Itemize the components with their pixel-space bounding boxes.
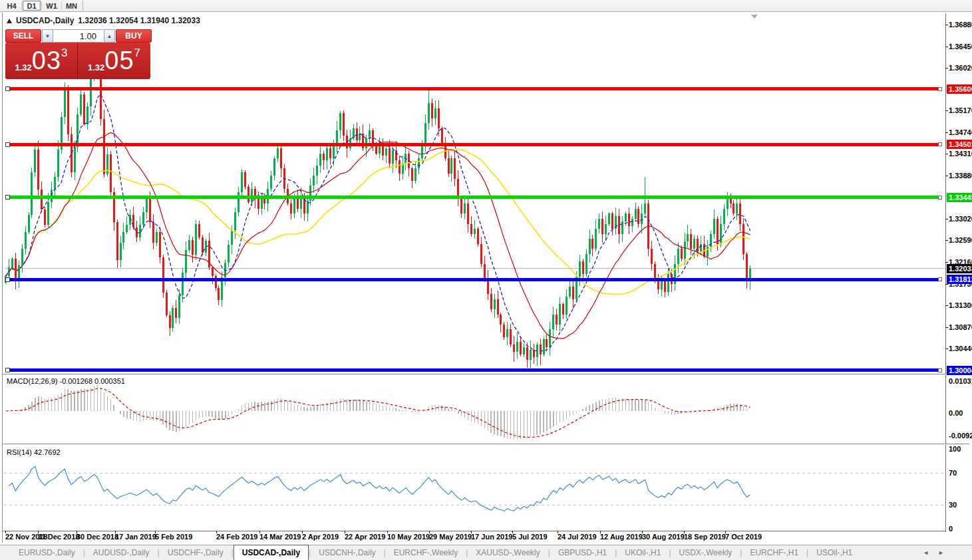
candle-body [212, 267, 214, 276]
candle-body [591, 239, 593, 249]
candle-body [215, 276, 217, 287]
timeframe-button-mn[interactable]: MN [63, 1, 81, 11]
candle-body [198, 224, 200, 237]
candle-body [192, 240, 194, 255]
candle-body [523, 347, 525, 354]
symbol-tab-bar: EURUSD-,Daily|AUDUSD-,Daily|USDCHF-,Dail… [0, 545, 972, 560]
candle-body [654, 264, 656, 279]
current-price-tag: 1.32033 [947, 264, 972, 273]
chart-tab-usdcad-daily[interactable]: USDCAD-,Daily [234, 545, 309, 560]
level-line-1.33449[interactable] [5, 196, 940, 199]
chart-tab-gbpusd-h1[interactable]: GBPUSD-,H1 [550, 545, 615, 560]
candle-body [720, 224, 722, 244]
date-axis-label: 18 Sep 2019 [684, 533, 726, 541]
date-axis-label: 22 Apr 2019 [345, 533, 385, 541]
candle-body [664, 281, 666, 291]
chart-tab-ukoil-h1[interactable]: UKOil-,H1 [617, 545, 669, 560]
candle-body [549, 329, 551, 347]
candle-body [631, 219, 633, 226]
candle-body [736, 204, 738, 213]
candle-body [608, 213, 610, 223]
timeframe-button-w1[interactable]: W1 [43, 1, 61, 11]
candle-body [637, 209, 639, 224]
date-axis-label: 12 Aug 2019 [600, 533, 643, 541]
volume-decrease-button[interactable]: ▼ [42, 29, 53, 43]
candle-body [546, 339, 548, 347]
chart-shift-marker-icon[interactable] [751, 15, 758, 19]
level-line-handle[interactable] [5, 142, 9, 146]
buy-button[interactable]: BUY [116, 29, 152, 43]
buy-price-panel[interactable]: 1.32 05 7 [78, 43, 150, 79]
chart-tab-usdchf-daily[interactable]: USDCHF-,Daily [160, 545, 232, 560]
price-axis-label: 1.32590 [949, 236, 972, 244]
rsi-axis-label: 100 [949, 445, 961, 453]
macd-panel-canvas[interactable] [4, 376, 945, 443]
macd-rsi-separator[interactable] [3, 444, 969, 445]
macd-axis-label: 0.010311 [949, 377, 972, 385]
candle-body [438, 108, 440, 128]
price-axis-tick [945, 132, 948, 133]
timeframe-button-h4[interactable]: H4 [3, 1, 21, 11]
chart-tab-audusd-daily[interactable]: AUDUSD-,Daily [85, 545, 158, 560]
candle-body [195, 224, 197, 255]
level-line-handle[interactable] [5, 277, 9, 281]
price-axis-tick [945, 47, 948, 47]
level-line-1.30004[interactable] [5, 368, 940, 372]
rsi-panel-canvas[interactable] [4, 447, 945, 529]
sell-price-panel[interactable]: 1.32 03 3 [5, 43, 78, 79]
candle-body [556, 315, 558, 325]
candle-body [732, 204, 734, 213]
candle-body [569, 287, 571, 297]
chart-tab-eurusd-daily[interactable]: EURUSD-,Daily [11, 545, 83, 560]
chart-tab-eurchf-weekly[interactable]: EURCHF-,Weekly [386, 545, 466, 560]
candle-body [57, 150, 59, 178]
chart-tab-usdx-weekly[interactable]: USDX-,Weekly [671, 545, 740, 560]
level-price-tag-1.30004: 1.30004 [947, 366, 972, 375]
candle-body [142, 212, 144, 225]
chart-expand-icon[interactable] [7, 19, 12, 23]
level-line-1.34501[interactable] [5, 143, 940, 146]
candle-body [641, 213, 643, 223]
chart-tab-eurchf-h1[interactable]: EURCHF-,H1 [742, 545, 806, 560]
candle-body [34, 150, 36, 172]
level-line-handle[interactable] [5, 368, 9, 372]
level-price-tag-1.34501: 1.34501 [947, 140, 972, 149]
candle-body [116, 222, 118, 260]
level-line-handle[interactable] [5, 196, 9, 200]
candle-body [684, 241, 686, 259]
chart-tab-xauusd-weekly[interactable]: XAUUSD-,Weekly [468, 545, 548, 560]
level-line-1.35606[interactable] [5, 87, 940, 90]
chart-tab-usdcnh-daily[interactable]: USDCNH-,Daily [311, 545, 383, 560]
candle-body [251, 189, 253, 202]
candle-body [188, 240, 190, 250]
price-axis-border [945, 13, 946, 532]
macd-axis-label: -0.00920 [949, 432, 972, 440]
main-macd-separator[interactable] [3, 374, 969, 375]
volume-increase-button[interactable]: ▲ [104, 29, 115, 43]
level-line-handle[interactable] [5, 87, 9, 91]
candle-body [21, 249, 23, 265]
candle-body [319, 154, 321, 166]
candle-body [273, 158, 275, 176]
candle-body [178, 295, 180, 318]
candle-body [389, 148, 391, 164]
level-line-1.31812[interactable] [5, 278, 940, 281]
candle-body [464, 204, 466, 213]
candle-body [707, 247, 709, 257]
candle-body [172, 308, 174, 328]
price-axis-label: 1.30870 [949, 323, 972, 331]
level-line-end-handle [938, 278, 941, 281]
date-axis-label: 24 Feb 2019 [216, 533, 257, 541]
chart-tab-usoil-h1[interactable]: USOil-,H1 [808, 545, 860, 560]
date-axis-label: 7 Oct 2019 [725, 533, 762, 541]
volume-input[interactable] [54, 29, 103, 43]
timeframe-button-d1[interactable]: D1 [23, 1, 41, 11]
tab-scroll-arrows[interactable]: ◄► [923, 549, 953, 556]
price-axis-label: 1.34740 [949, 128, 972, 136]
candle-body [41, 190, 43, 210]
date-axis-label: 30 Aug 2019 [642, 533, 685, 541]
price-axis-label: 1.31300 [949, 301, 972, 309]
candle-body [516, 342, 518, 352]
price-axis-tick [945, 305, 948, 306]
sell-button[interactable]: SELL [5, 29, 41, 43]
